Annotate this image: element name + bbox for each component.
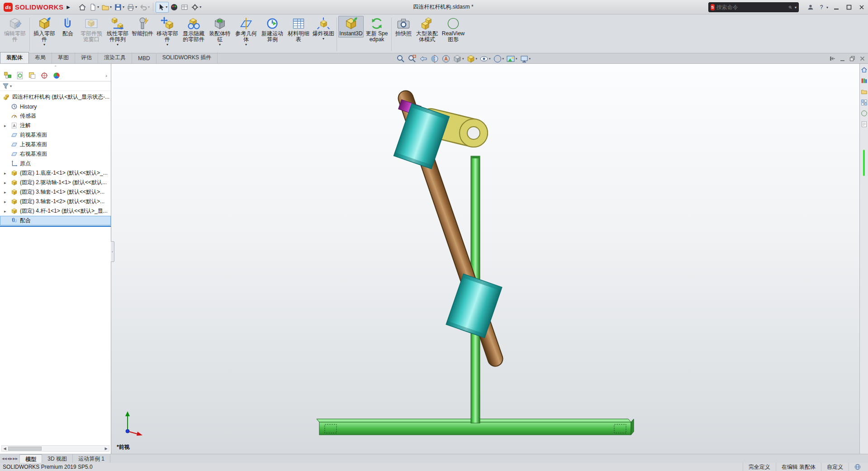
tree-item-history[interactable]: History [0, 102, 111, 111]
dropdown-icon[interactable]: ▾ [323, 37, 324, 41]
linear-component-pattern-button[interactable]: 线性零部件阵列▾ [104, 16, 131, 48]
dropdown-icon[interactable]: ▾ [43, 43, 45, 47]
tree-item-origin[interactable]: 原点 [0, 159, 111, 168]
smart-fasteners-button[interactable]: 智能扣件 [131, 16, 154, 38]
tree-item-annotations[interactable]: ▸ 注解 [0, 121, 111, 130]
configurationmanager-icon[interactable] [28, 71, 36, 80]
previous-view-icon[interactable] [418, 54, 428, 63]
tab-solidworks-addins[interactable]: SOLIDWORKS 插件 [157, 52, 218, 63]
close-window-icon[interactable] [859, 56, 865, 62]
update-speedpak-button[interactable]: 更新 Speedpak [364, 16, 390, 43]
tree-item-part-base[interactable]: ▸ (固定) 1.底座-1<1> (默认<<默认>_... [0, 168, 111, 178]
print-icon[interactable]: ▾ [126, 2, 138, 13]
tree-item-top-plane[interactable]: 上视基准面 [0, 140, 111, 149]
tree-item-sensors[interactable]: 传感器 [0, 111, 111, 121]
tab-3d-views[interactable]: 3D 视图 [42, 454, 73, 463]
view-palette-icon[interactable] [861, 99, 868, 106]
dropdown-icon[interactable]: ▾ [166, 43, 168, 47]
propertymanager-icon[interactable] [16, 71, 24, 80]
tab-model[interactable]: 模型 [20, 454, 42, 463]
tree-item-front-plane[interactable]: 前视基准面 [0, 130, 111, 140]
status-customize[interactable]: 自定义 [821, 463, 849, 471]
expand-arrow-icon[interactable]: ▸ [4, 171, 6, 176]
display-style-icon[interactable]: ▾ [466, 54, 478, 63]
open-icon[interactable]: ▾ [100, 2, 113, 13]
mate-button[interactable]: 配合 [57, 16, 78, 38]
tree-item-assembly-root[interactable]: 四连杆杠杆机构 (默认<默认_显示状态-... [0, 92, 111, 102]
restore-window-icon[interactable] [849, 56, 855, 62]
expand-arrow-icon[interactable]: ▸ [4, 209, 6, 214]
large-assembly-mode-button[interactable]: 大型装配体模式 [414, 16, 440, 43]
search-icon[interactable] [788, 4, 792, 11]
options-grid-icon[interactable] [180, 2, 190, 13]
hide-show-items-icon[interactable]: ▾ [479, 54, 491, 63]
model-3d-view[interactable] [111, 64, 859, 454]
tree-item-part-rod[interactable]: ▸ (固定) 4.杆-1<1> (默认<<默认>_显... [0, 206, 111, 216]
scrollbar-thumb[interactable] [8, 447, 42, 451]
realview-graphics-button[interactable]: RealView 图形 [440, 16, 466, 43]
select-icon[interactable]: ▾ [156, 2, 169, 13]
dropdown-icon[interactable]: ▾ [516, 57, 517, 61]
edit-appearance-icon[interactable]: ▾ [493, 54, 505, 63]
assembly-features-button[interactable]: 装配体特征▾ [207, 16, 233, 48]
dimxpertmanager-icon[interactable] [40, 71, 48, 80]
status-globe[interactable] [849, 463, 866, 471]
help-dropdown-icon[interactable]: ▾ [826, 5, 828, 10]
save-icon[interactable]: ▾ [113, 2, 125, 13]
new-motion-study-button[interactable]: 新建运动算例 [259, 16, 285, 43]
tab-layout[interactable]: 布局 [29, 52, 52, 63]
view-orientation-icon[interactable]: ▾ [452, 54, 465, 63]
tab-mbd[interactable]: MBD [132, 54, 157, 63]
featuremanager-icon[interactable] [4, 71, 12, 80]
dropdown-icon[interactable]: ▾ [245, 43, 247, 47]
dropdown-icon[interactable]: ▾ [489, 57, 491, 61]
settings-gear-icon[interactable]: ▾ [190, 2, 202, 13]
expand-arrow-icon[interactable]: ▸ [4, 190, 6, 195]
panel-splitter-handle[interactable]: ‹ [111, 241, 114, 262]
tab-evaluate[interactable]: 评估 [75, 52, 98, 63]
filter-icon[interactable] [2, 83, 9, 90]
tab-sketch[interactable]: 草图 [52, 52, 75, 63]
appearances-icon[interactable] [861, 110, 868, 117]
tab-render-tools[interactable]: 渲染工具 [98, 52, 132, 63]
bill-of-materials-button[interactable]: 材料明细表 [285, 16, 312, 43]
model-part-bushing-bottom[interactable] [446, 274, 502, 338]
dropdown-icon[interactable]: ▾ [529, 57, 531, 61]
dock-window-icon[interactable] [830, 56, 835, 62]
close-button[interactable] [855, 1, 868, 13]
help-button[interactable]: ? [817, 1, 826, 13]
scroll-next-icon[interactable]: ▶ [10, 457, 12, 461]
design-library-icon[interactable] [861, 77, 868, 84]
tree-item-part-bushing-1[interactable]: ▸ (固定) 3.轴套-1<1> (默认<<默认>... [0, 187, 111, 197]
view-sphere-icon[interactable] [169, 2, 179, 13]
take-snapshot-button[interactable]: 拍快照 [393, 16, 414, 38]
dropdown-icon[interactable]: ▾ [117, 43, 119, 47]
minimize-button[interactable] [830, 1, 843, 13]
expand-arrow-icon[interactable]: ▸ [4, 200, 6, 204]
file-explorer-icon[interactable] [861, 88, 868, 95]
instant3d-button[interactable]: Instant3D [338, 16, 364, 38]
maximize-button[interactable] [843, 1, 855, 13]
dropdown-icon[interactable]: ▾ [462, 57, 464, 61]
tab-motion-study-1[interactable]: 运动算例 1 [73, 454, 110, 463]
displaymanager-icon[interactable] [52, 71, 61, 80]
tab-assembly[interactable]: 装配体 [0, 52, 29, 63]
apply-scene-icon[interactable]: ▾ [506, 54, 518, 63]
scroll-prev-icon[interactable]: ◀ [7, 457, 9, 461]
tree-item-part-drive-shaft[interactable]: ▸ (固定) 2.驱动轴-1<1> (默认<<默认... [0, 178, 111, 187]
home-icon[interactable] [77, 2, 87, 13]
section-view-icon[interactable] [430, 54, 440, 63]
custom-properties-icon[interactable] [861, 121, 868, 128]
scroll-last-icon[interactable]: ▶▶ [13, 457, 18, 461]
menu-expand-icon[interactable]: ▶ [66, 5, 70, 10]
zoom-fit-icon[interactable] [396, 54, 406, 63]
filter-dropdown-icon[interactable]: ▾ [10, 84, 12, 88]
expand-arrow-icon[interactable]: ▸ [4, 181, 6, 185]
zoom-area-icon[interactable] [407, 54, 417, 63]
move-component-button[interactable]: 移动零部件▾ [154, 16, 180, 48]
dropdown-icon[interactable]: ▾ [476, 57, 478, 61]
tree-horizontal-scrollbar[interactable]: ◀ ▶ [1, 445, 109, 452]
graphics-viewport[interactable]: *前视 [111, 64, 859, 454]
view-settings-icon[interactable]: ▾ [519, 54, 531, 63]
tree-item-right-plane[interactable]: 右视基准面 [0, 149, 111, 159]
